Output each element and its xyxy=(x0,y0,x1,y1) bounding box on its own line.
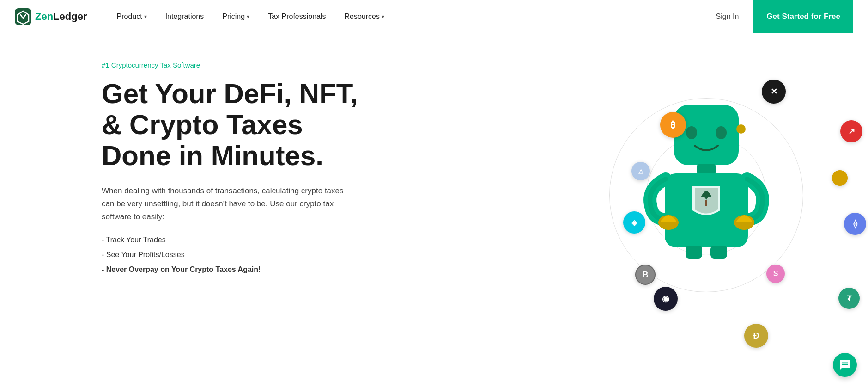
svg-rect-7 xyxy=(697,164,716,174)
nav-integrations[interactable]: Integrations xyxy=(158,9,212,25)
hero-content: #1 Cryptocurrency Tax Software Get Your … xyxy=(102,61,379,281)
list-item-bold: - Never Overpay on Your Crypto Taxes Aga… xyxy=(102,262,379,277)
nav-resources[interactable]: Resources ▾ xyxy=(337,9,392,25)
svg-point-4 xyxy=(716,126,727,139)
coin-tether: ₮ xyxy=(838,288,860,309)
svg-rect-12 xyxy=(686,246,702,259)
hero-list: - Track Your Trades - See Your Profits/L… xyxy=(102,233,379,277)
coin-eth: ⟠ xyxy=(844,213,866,235)
navbar: ZenLedger Product ▾ Integrations Pricing… xyxy=(0,0,868,33)
hero-illustration: ✕₿↗△◈⟠BS◉₮Ð xyxy=(582,52,868,376)
coin-omg: △ xyxy=(631,162,650,180)
hero-tag: #1 Cryptocurrency Tax Software xyxy=(102,61,379,69)
coin-dogecoin: Ð xyxy=(744,324,768,348)
nav-links: Product ▾ Integrations Pricing ▾ Tax Pro… xyxy=(109,9,708,25)
list-item: - See Your Profits/Losses xyxy=(102,247,379,262)
logo-text-ledger: Ledger xyxy=(53,11,87,22)
coin-bytecoin: B xyxy=(635,265,656,285)
coin-red-arrow: ↗ xyxy=(840,120,862,142)
coin-btc: ₿ xyxy=(660,112,686,138)
chevron-down-icon: ▾ xyxy=(247,13,249,20)
chat-bubble[interactable] xyxy=(833,353,857,377)
coin-pink-coin: S xyxy=(766,265,785,283)
svg-point-3 xyxy=(686,126,697,139)
coin-teardrop: ◈ xyxy=(623,211,645,234)
coin-cardano: ◉ xyxy=(654,287,678,311)
nav-tax-professionals[interactable]: Tax Professionals xyxy=(261,9,333,25)
coin-xrp: ✕ xyxy=(762,80,786,104)
get-started-button[interactable]: Get Started for Free xyxy=(753,0,853,33)
nav-right: Sign In Get Started for Free xyxy=(709,0,853,33)
chevron-down-icon: ▾ xyxy=(144,13,147,20)
svg-rect-2 xyxy=(674,105,739,165)
svg-rect-13 xyxy=(710,246,727,259)
hero-title: Get Your DeFi, NFT, & Crypto Taxes Done … xyxy=(102,78,379,172)
nav-product[interactable]: Product ▾ xyxy=(109,9,154,25)
hero-section: #1 Cryptocurrency Tax Software Get Your … xyxy=(0,33,868,388)
svg-point-6 xyxy=(736,124,746,134)
chevron-down-icon: ▾ xyxy=(382,13,384,20)
coin-yellow-coin xyxy=(832,170,848,186)
logo[interactable]: ZenLedger xyxy=(15,8,87,25)
chat-icon xyxy=(839,359,851,371)
svg-rect-9 xyxy=(705,200,707,206)
nav-pricing[interactable]: Pricing ▾ xyxy=(215,9,257,25)
hero-body: When dealing with thousands of transacti… xyxy=(102,185,351,223)
logo-text-zen: Zen xyxy=(35,11,53,22)
sign-in-button[interactable]: Sign In xyxy=(709,9,747,25)
list-item: - Track Your Trades xyxy=(102,233,379,247)
robot-svg xyxy=(637,96,776,290)
logo-icon xyxy=(15,8,31,25)
